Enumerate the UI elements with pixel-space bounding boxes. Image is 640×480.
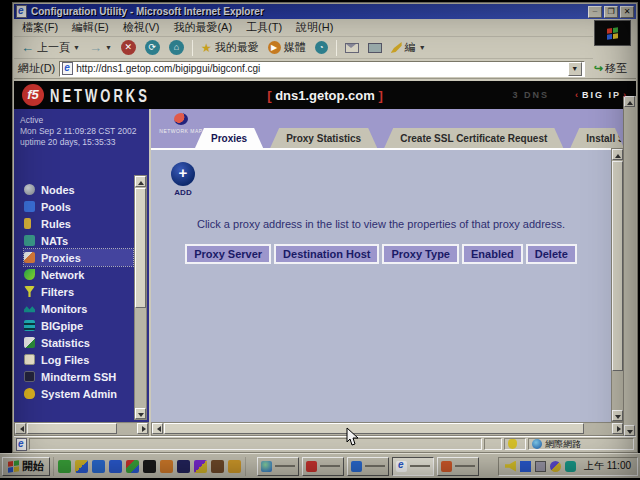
tray-icon[interactable]	[550, 461, 561, 472]
back-button[interactable]: ← 上一頁 ▼	[18, 39, 83, 56]
title-bar[interactable]: Configuration Utility - Microsoft Intern…	[14, 4, 636, 19]
sidebar-item-network[interactable]: Network	[24, 266, 133, 283]
menu-edit[interactable]: 編輯(E)	[72, 20, 109, 35]
add-proxy-button[interactable]: + ADD	[169, 162, 197, 197]
address-dropdown-icon[interactable]: ▼	[568, 62, 582, 76]
quick-launch-icon[interactable]	[109, 460, 122, 473]
quick-launch-icon[interactable]	[75, 460, 88, 473]
column-enabled: Enabled	[462, 244, 523, 264]
scrollbar-thumb[interactable]	[164, 423, 584, 434]
sidebar-item-nodes[interactable]: Nodes	[24, 181, 133, 198]
sidebar-vertical-scrollbar[interactable]	[134, 175, 147, 420]
zone-label: 網際網路	[545, 438, 581, 451]
tray-icon[interactable]	[535, 461, 546, 472]
print-button[interactable]	[365, 42, 385, 54]
quick-launch-icon[interactable]	[58, 460, 71, 473]
tab-proxies[interactable]: Proxies	[195, 128, 263, 148]
sidebar-item-mindterm-ssh[interactable]: Mindterm SSH	[24, 368, 133, 385]
history-icon: ◔	[315, 41, 328, 54]
sidebar-horizontal-scrollbar[interactable]	[14, 422, 149, 436]
scroll-up-icon[interactable]	[135, 176, 146, 187]
scroll-right-icon[interactable]	[137, 423, 148, 434]
sidebar-item-rules[interactable]: Rules	[24, 215, 133, 232]
tab-proxy-statistics[interactable]: Proxy Statistics	[270, 128, 377, 148]
nats-icon	[24, 235, 35, 246]
tab-install-ssl-certificate[interactable]: Install SSL Certifi	[570, 128, 624, 148]
column-destination-host: Destination Host	[274, 244, 379, 264]
menu-view[interactable]: 檢視(V)	[123, 20, 160, 35]
system-tray: 上午 11:00	[498, 457, 638, 476]
tab-create-ssl-certificate-request[interactable]: Create SSL Certificate Request	[384, 128, 563, 148]
forward-dropdown-icon[interactable]: ▼	[105, 44, 112, 51]
forward-button[interactable]: → ▼	[86, 39, 115, 56]
tray-icon[interactable]	[520, 461, 531, 472]
scroll-down-icon[interactable]	[135, 408, 146, 419]
edit-dropdown-icon[interactable]: ▼	[419, 44, 426, 51]
column-proxy-type: Proxy Type	[382, 244, 459, 264]
favorites-icon: ★	[201, 41, 212, 55]
sidebar-item-proxies[interactable]: Proxies	[24, 249, 133, 266]
scroll-down-icon[interactable]	[624, 425, 635, 436]
menu-file[interactable]: 檔案(F)	[22, 20, 58, 35]
proxy-table-header: Proxy Server Destination Host Proxy Type…	[151, 244, 611, 264]
maximize-button[interactable]	[604, 6, 618, 18]
minimize-button[interactable]	[588, 6, 602, 18]
status-pane	[504, 438, 526, 450]
window-vertical-scrollbar[interactable]	[623, 96, 636, 436]
quick-launch-icon[interactable]	[143, 460, 156, 473]
edit-button[interactable]: 編 ▼	[388, 39, 429, 56]
sidebar-item-bigpipe[interactable]: BIGpipe	[24, 317, 133, 334]
scroll-right-icon[interactable]	[612, 423, 623, 434]
add-icon[interactable]: +	[171, 162, 195, 186]
close-button[interactable]	[620, 6, 634, 18]
go-button[interactable]: ↪ 移至	[589, 60, 632, 77]
scroll-down-icon[interactable]	[612, 410, 623, 421]
start-button[interactable]: 開始	[2, 457, 50, 476]
sidebar-item-statistics[interactable]: Statistics	[24, 334, 133, 351]
scrollbar-thumb[interactable]	[612, 161, 623, 371]
media-label: 媒體	[284, 40, 306, 55]
taskbar-window-button[interactable]	[302, 457, 344, 476]
menu-tools[interactable]: 工具(T)	[246, 20, 282, 35]
back-icon: ←	[21, 40, 34, 55]
quick-launch-icon[interactable]	[92, 460, 105, 473]
volume-icon[interactable]	[505, 461, 516, 472]
scroll-up-icon[interactable]	[612, 149, 623, 160]
quick-launch-icon[interactable]	[126, 460, 139, 473]
stop-button[interactable]: ✕	[118, 39, 139, 56]
sidebar-item-filters[interactable]: Filters	[24, 283, 133, 300]
history-button[interactable]: ◔	[312, 40, 331, 55]
tray-icon[interactable]	[565, 461, 576, 472]
favorites-button[interactable]: ★ 我的最愛	[198, 39, 262, 56]
back-dropdown-icon[interactable]: ▼	[73, 44, 80, 51]
sidebar-item-pools[interactable]: Pools	[24, 198, 133, 215]
quick-launch-icon[interactable]	[194, 460, 207, 473]
taskbar-window-button[interactable]	[257, 457, 299, 476]
scrollbar-thumb[interactable]	[135, 188, 146, 308]
quick-launch-icon[interactable]	[211, 460, 224, 473]
media-button[interactable]: ▶ 媒體	[265, 39, 309, 56]
ie-document-icon	[16, 5, 27, 18]
taskbar-window-button-active[interactable]	[392, 457, 434, 476]
scroll-left-icon[interactable]	[15, 423, 26, 434]
sidebar-item-log-files[interactable]: Log Files	[24, 351, 133, 368]
quick-launch-icon[interactable]	[177, 460, 190, 473]
address-input[interactable]	[76, 63, 565, 74]
sidebar-item-system-admin[interactable]: System Admin	[24, 385, 133, 402]
quick-launch-icon[interactable]	[160, 460, 173, 473]
scroll-left-icon[interactable]	[152, 423, 163, 434]
mail-button[interactable]	[342, 42, 362, 54]
content-horizontal-scrollbar[interactable]	[151, 422, 624, 436]
windows-taskbar: 開始 上午 11:00	[0, 453, 640, 478]
taskbar-window-button[interactable]	[347, 457, 389, 476]
mouse-cursor	[346, 427, 359, 446]
scrollbar-thumb[interactable]	[27, 423, 117, 434]
refresh-button[interactable]: ⟳	[142, 39, 163, 56]
quick-launch-icon[interactable]	[228, 460, 241, 473]
taskbar-window-button[interactable]	[437, 457, 479, 476]
sidebar-item-monitors[interactable]: Monitors	[24, 300, 133, 317]
sidebar-item-nats[interactable]: NATs	[24, 232, 133, 249]
home-button[interactable]: ⌂	[166, 39, 187, 56]
menu-help[interactable]: 說明(H)	[296, 20, 333, 35]
menu-favorites[interactable]: 我的最愛(A)	[173, 20, 232, 35]
